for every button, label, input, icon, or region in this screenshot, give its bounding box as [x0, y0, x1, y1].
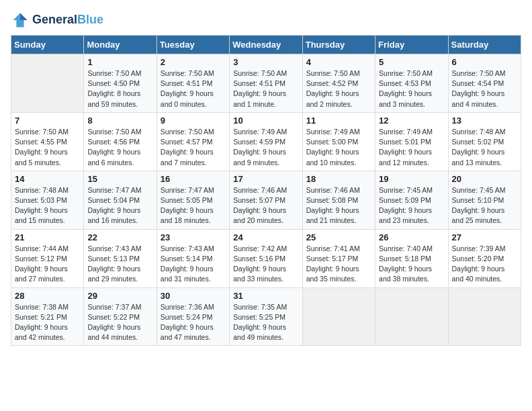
day-info: Sunrise: 7:43 AMSunset: 5:14 PMDaylight:…	[161, 244, 226, 285]
day-number: 27	[452, 232, 517, 242]
day-info: Sunrise: 7:44 AMSunset: 5:12 PMDaylight:…	[15, 244, 80, 285]
calendar-cell: 29Sunrise: 7:37 AMSunset: 5:22 PMDayligh…	[84, 287, 157, 346]
day-number: 15	[87, 174, 152, 184]
calendar-week-2: 7Sunrise: 7:50 AMSunset: 4:55 PMDaylight…	[11, 112, 521, 171]
logo-icon	[11, 11, 30, 30]
day-number: 30	[161, 291, 226, 301]
day-info: Sunrise: 7:50 AMSunset: 4:53 PMDaylight:…	[379, 68, 444, 109]
day-number: 28	[15, 291, 80, 301]
header-day-wednesday: Wednesday	[230, 36, 302, 54]
day-info: Sunrise: 7:45 AMSunset: 5:09 PMDaylight:…	[379, 185, 444, 226]
day-info: Sunrise: 7:50 AMSunset: 4:51 PMDaylight:…	[161, 68, 226, 109]
day-info: Sunrise: 7:42 AMSunset: 5:16 PMDaylight:…	[233, 244, 298, 285]
header-day-thursday: Thursday	[302, 36, 375, 54]
day-number: 1	[87, 57, 152, 67]
page-header: GeneralBlue	[11, 11, 521, 30]
calendar-table: SundayMondayTuesdayWednesdayThursdayFrid…	[11, 35, 521, 346]
calendar-cell: 27Sunrise: 7:39 AMSunset: 5:20 PMDayligh…	[448, 229, 521, 287]
header-day-friday: Friday	[375, 36, 448, 54]
calendar-cell	[448, 287, 521, 346]
day-info: Sunrise: 7:49 AMSunset: 5:00 PMDaylight:…	[306, 127, 371, 168]
day-info: Sunrise: 7:40 AMSunset: 5:18 PMDaylight:…	[379, 244, 444, 285]
day-info: Sunrise: 7:50 AMSunset: 4:57 PMDaylight:…	[161, 127, 226, 168]
header-day-tuesday: Tuesday	[157, 36, 229, 54]
day-number: 17	[233, 174, 298, 184]
calendar-cell: 20Sunrise: 7:45 AMSunset: 5:10 PMDayligh…	[448, 171, 521, 229]
day-info: Sunrise: 7:50 AMSunset: 4:55 PMDaylight:…	[15, 127, 80, 168]
day-number: 24	[233, 232, 298, 242]
day-info: Sunrise: 7:45 AMSunset: 5:10 PMDaylight:…	[452, 185, 517, 226]
calendar-cell: 6Sunrise: 7:50 AMSunset: 4:54 PMDaylight…	[448, 54, 521, 113]
calendar-cell	[375, 287, 448, 346]
day-number: 12	[379, 116, 444, 126]
svg-marker-1	[20, 13, 28, 21]
day-number: 2	[161, 57, 226, 67]
day-number: 16	[161, 174, 226, 184]
day-info: Sunrise: 7:47 AMSunset: 5:05 PMDaylight:…	[161, 185, 226, 226]
day-info: Sunrise: 7:49 AMSunset: 4:59 PMDaylight:…	[233, 127, 298, 168]
calendar-cell: 21Sunrise: 7:44 AMSunset: 5:12 PMDayligh…	[11, 229, 84, 287]
calendar-cell: 24Sunrise: 7:42 AMSunset: 5:16 PMDayligh…	[230, 229, 302, 287]
day-number: 29	[87, 291, 152, 301]
day-number: 26	[379, 232, 444, 242]
header-day-sunday: Sunday	[11, 36, 84, 54]
calendar-cell: 11Sunrise: 7:49 AMSunset: 5:00 PMDayligh…	[302, 112, 375, 171]
logo-text: GeneralBlue	[32, 13, 103, 27]
calendar-cell: 9Sunrise: 7:50 AMSunset: 4:57 PMDaylight…	[157, 112, 229, 171]
calendar-cell: 31Sunrise: 7:35 AMSunset: 5:25 PMDayligh…	[230, 287, 302, 346]
day-info: Sunrise: 7:48 AMSunset: 5:03 PMDaylight:…	[15, 185, 80, 226]
day-number: 25	[306, 232, 371, 242]
day-info: Sunrise: 7:47 AMSunset: 5:04 PMDaylight:…	[87, 185, 152, 226]
calendar-cell: 22Sunrise: 7:43 AMSunset: 5:13 PMDayligh…	[84, 229, 157, 287]
calendar-cell	[302, 287, 375, 346]
calendar-cell: 8Sunrise: 7:50 AMSunset: 4:56 PMDaylight…	[84, 112, 157, 171]
calendar-week-5: 28Sunrise: 7:38 AMSunset: 5:21 PMDayligh…	[11, 287, 521, 346]
calendar-cell: 30Sunrise: 7:36 AMSunset: 5:24 PMDayligh…	[157, 287, 229, 346]
day-info: Sunrise: 7:39 AMSunset: 5:20 PMDaylight:…	[452, 244, 517, 285]
calendar-cell: 3Sunrise: 7:50 AMSunset: 4:51 PMDaylight…	[230, 54, 302, 113]
day-number: 11	[306, 116, 371, 126]
calendar-cell: 7Sunrise: 7:50 AMSunset: 4:55 PMDaylight…	[11, 112, 84, 171]
day-number: 22	[87, 232, 152, 242]
day-number: 10	[233, 116, 298, 126]
calendar-cell: 14Sunrise: 7:48 AMSunset: 5:03 PMDayligh…	[11, 171, 84, 229]
calendar-cell: 16Sunrise: 7:47 AMSunset: 5:05 PMDayligh…	[157, 171, 229, 229]
day-number: 6	[452, 57, 517, 67]
header-day-monday: Monday	[84, 36, 157, 54]
day-info: Sunrise: 7:50 AMSunset: 4:56 PMDaylight:…	[87, 127, 152, 168]
day-number: 4	[306, 57, 371, 67]
calendar-cell: 4Sunrise: 7:50 AMSunset: 4:52 PMDaylight…	[302, 54, 375, 113]
day-info: Sunrise: 7:46 AMSunset: 5:08 PMDaylight:…	[306, 185, 371, 226]
day-number: 21	[15, 232, 80, 242]
day-info: Sunrise: 7:49 AMSunset: 5:01 PMDaylight:…	[379, 127, 444, 168]
day-number: 14	[15, 174, 80, 184]
day-number: 20	[452, 174, 517, 184]
day-number: 13	[452, 116, 517, 126]
calendar-cell	[11, 54, 84, 113]
calendar-cell: 28Sunrise: 7:38 AMSunset: 5:21 PMDayligh…	[11, 287, 84, 346]
calendar-cell: 17Sunrise: 7:46 AMSunset: 5:07 PMDayligh…	[230, 171, 302, 229]
day-number: 9	[161, 116, 226, 126]
day-number: 18	[306, 174, 371, 184]
calendar-cell: 26Sunrise: 7:40 AMSunset: 5:18 PMDayligh…	[375, 229, 448, 287]
calendar-cell: 2Sunrise: 7:50 AMSunset: 4:51 PMDaylight…	[157, 54, 229, 113]
calendar-week-4: 21Sunrise: 7:44 AMSunset: 5:12 PMDayligh…	[11, 229, 521, 287]
day-info: Sunrise: 7:48 AMSunset: 5:02 PMDaylight:…	[452, 127, 517, 168]
day-info: Sunrise: 7:50 AMSunset: 4:51 PMDaylight:…	[233, 68, 298, 109]
logo: GeneralBlue	[11, 11, 103, 30]
day-number: 5	[379, 57, 444, 67]
day-info: Sunrise: 7:41 AMSunset: 5:17 PMDaylight:…	[306, 244, 371, 285]
calendar-cell: 1Sunrise: 7:50 AMSunset: 4:50 PMDaylight…	[84, 54, 157, 113]
day-number: 7	[15, 116, 80, 126]
calendar-cell: 25Sunrise: 7:41 AMSunset: 5:17 PMDayligh…	[302, 229, 375, 287]
day-number: 19	[379, 174, 444, 184]
day-number: 31	[233, 291, 298, 301]
day-info: Sunrise: 7:50 AMSunset: 4:54 PMDaylight:…	[452, 68, 517, 109]
day-number: 23	[161, 232, 226, 242]
calendar-week-1: 1Sunrise: 7:50 AMSunset: 4:50 PMDaylight…	[11, 54, 521, 113]
day-info: Sunrise: 7:43 AMSunset: 5:13 PMDaylight:…	[87, 244, 152, 285]
day-info: Sunrise: 7:35 AMSunset: 5:25 PMDaylight:…	[233, 302, 298, 343]
calendar-cell: 10Sunrise: 7:49 AMSunset: 4:59 PMDayligh…	[230, 112, 302, 171]
day-info: Sunrise: 7:46 AMSunset: 5:07 PMDaylight:…	[233, 185, 298, 226]
calendar-body: 1Sunrise: 7:50 AMSunset: 4:50 PMDaylight…	[11, 54, 521, 346]
